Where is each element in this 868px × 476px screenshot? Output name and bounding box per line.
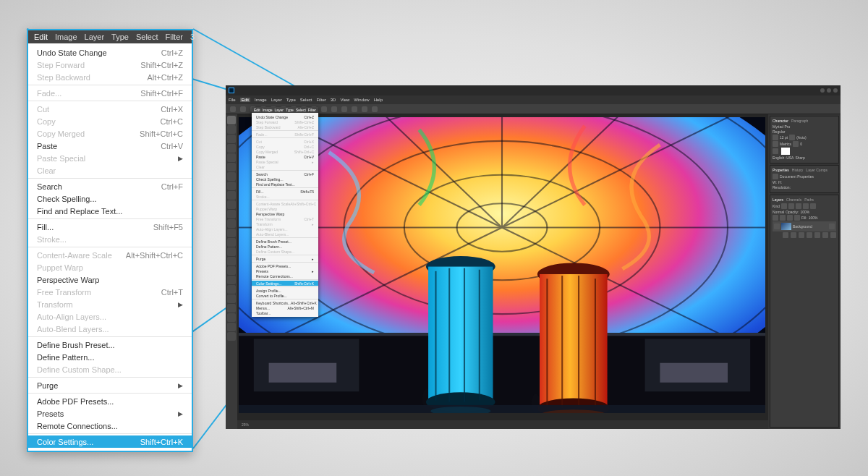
window-controls[interactable] — [820, 88, 838, 93]
opt-icon[interactable] — [372, 106, 378, 112]
menu-item-small[interactable]: Menus...Alt+Shift+Ctrl+M — [252, 305, 318, 310]
menu-file[interactable]: File — [229, 98, 236, 102]
menu-item-small[interactable]: Assign Profile... — [252, 288, 318, 293]
menu-item-small[interactable]: Convert to Profile... — [252, 293, 318, 298]
menu-item-small[interactable]: Check Spelling... — [252, 177, 318, 182]
gradient-tool-icon[interactable] — [227, 219, 236, 228]
fx-icon[interactable] — [791, 232, 796, 238]
toolbar[interactable] — [226, 114, 237, 429]
menu-item-small[interactable]: Define Pattern... — [252, 244, 318, 249]
menu-item-small[interactable]: Purge▸ — [252, 256, 318, 261]
menu-window[interactable]: Window — [354, 98, 369, 102]
opt-icon[interactable] — [331, 106, 337, 112]
menu-item-small[interactable]: Undo State ChangeCtrl+Z — [252, 114, 318, 119]
tab-character[interactable]: Character — [773, 119, 788, 123]
trash-icon[interactable] — [830, 232, 836, 238]
blur-tool-icon[interactable] — [227, 229, 236, 237]
menu-select[interactable]: Select — [136, 33, 158, 41]
menu-item[interactable]: Define Pattern... — [28, 351, 192, 363]
lock-icon[interactable] — [773, 215, 778, 221]
menu-item[interactable]: Presets▶ — [28, 407, 192, 420]
menu-item[interactable]: Perspective Warp — [28, 273, 192, 286]
tab-layers[interactable]: Layers — [773, 197, 783, 202]
eyedropper-tool-icon[interactable] — [227, 163, 236, 171]
lock-icon[interactable] — [787, 215, 793, 221]
type-tool-icon[interactable] — [227, 257, 236, 265]
properties-panel[interactable]: PropertiesHistoryLayer Comps Document Pr… — [770, 165, 839, 193]
fg-bg-color-icon[interactable] — [227, 313, 236, 322]
menu-item-small[interactable]: Fill...Shift+F5 — [252, 189, 318, 194]
text-color-swatch[interactable] — [781, 148, 790, 155]
quickselect-tool-icon[interactable] — [227, 144, 236, 153]
filter-icon[interactable] — [781, 203, 787, 209]
menu-item-small[interactable]: Toolbar... — [252, 310, 318, 315]
menu-image[interactable]: Image — [55, 33, 77, 41]
adjust-icon[interactable] — [807, 232, 812, 238]
opt-icon[interactable] — [321, 106, 327, 112]
tab-channels[interactable]: Channels — [786, 197, 801, 202]
filter-icon[interactable] — [803, 203, 809, 209]
menu-item[interactable]: Color Settings...Shift+Ctrl+K — [28, 435, 192, 448]
opt-icon[interactable] — [341, 106, 347, 112]
menu-item-small[interactable]: Presets▸ — [252, 268, 318, 273]
pen-tool-icon[interactable] — [227, 247, 236, 256]
dodge-tool-icon[interactable] — [227, 238, 236, 247]
menu-item[interactable]: Fill...Shift+F5 — [28, 221, 192, 233]
menu-layer[interactable]: Layer — [85, 33, 105, 41]
character-panel[interactable]: CharacterParagraph Myriad Pro Regular 12… — [770, 116, 839, 163]
tab-history[interactable]: History — [792, 168, 804, 172]
new-layer-icon[interactable] — [822, 232, 828, 238]
menu-item-small[interactable]: Keyboard Shortcuts...Alt+Shift+Ctrl+K — [252, 300, 318, 305]
menu-item-small[interactable]: SearchCtrl+F — [252, 171, 318, 177]
menu-item[interactable]: SearchCtrl+F — [28, 180, 192, 192]
group-icon[interactable] — [814, 232, 820, 238]
edit-toolbar-icon[interactable] — [227, 304, 236, 313]
tab-paths[interactable]: Paths — [804, 197, 814, 202]
stamp-tool-icon[interactable] — [227, 191, 236, 200]
menu-item[interactable]: Find and Replace Text... — [28, 205, 192, 217]
crop-tool-icon[interactable] — [227, 153, 236, 162]
menu-item[interactable]: Undo State ChangeCtrl+Z — [28, 46, 192, 59]
move-tool-icon[interactable] — [227, 116, 236, 124]
zoom-tool-icon[interactable] — [227, 294, 236, 303]
marquee-tool-icon[interactable] — [227, 125, 236, 134]
eye-icon[interactable] — [774, 224, 780, 229]
tab-layercomps[interactable]: Layer Comps — [806, 168, 827, 172]
filter-icon[interactable] — [788, 203, 794, 209]
menu-type[interactable]: Type — [286, 98, 296, 102]
menu-item-small[interactable]: Remote Connections... — [252, 273, 318, 279]
healing-tool-icon[interactable] — [227, 172, 236, 181]
menu-type[interactable]: Type — [111, 33, 129, 41]
menu-item-small[interactable]: Adobe PDF Presets... — [252, 263, 318, 268]
layer-thumb[interactable] — [781, 223, 791, 230]
menu-item[interactable]: Define Brush Preset... — [28, 339, 192, 351]
tab-paragraph[interactable]: Paragraph — [791, 119, 808, 123]
menu-image[interactable]: Image — [255, 98, 267, 102]
link-icon[interactable] — [783, 232, 788, 238]
filter-icon[interactable] — [810, 203, 816, 209]
menu-filter[interactable]: Filter — [316, 98, 326, 102]
lock-icon[interactable] — [794, 215, 800, 221]
app-menubar[interactable]: File Edit Image Layer Type Select Filter… — [226, 95, 841, 104]
menu-item-small[interactable]: PasteCtrl+V — [252, 154, 318, 159]
menu-item-small[interactable]: Define Brush Preset... — [252, 239, 318, 244]
menu-item-small[interactable]: Find and Replace Text... — [252, 182, 318, 187]
tab-properties[interactable]: Properties — [773, 168, 789, 172]
shape-tool-icon[interactable] — [227, 276, 236, 284]
menu-view[interactable]: View — [340, 98, 349, 102]
menu-item[interactable]: PasteCtrl+V — [28, 140, 192, 152]
opt-icon[interactable] — [240, 106, 246, 112]
opt-icon[interactable] — [362, 106, 367, 112]
opt-icon[interactable] — [352, 106, 357, 112]
menu-item[interactable]: Adobe PDF Presets... — [28, 395, 192, 407]
quickmask-icon[interactable] — [227, 323, 236, 331]
menu-3d[interactable]: 3 — [190, 33, 195, 41]
menu-item[interactable]: Purge▶ — [28, 379, 192, 391]
mask-icon[interactable] — [799, 232, 804, 238]
layer-name[interactable]: Background — [793, 224, 812, 229]
menu-item-small[interactable]: Color Settings...Shift+Ctrl+K — [252, 281, 318, 286]
filter-icon[interactable] — [796, 203, 801, 209]
brush-tool-icon[interactable] — [227, 182, 236, 190]
path-tool-icon[interactable] — [227, 266, 236, 275]
lasso-tool-icon[interactable] — [227, 135, 236, 143]
